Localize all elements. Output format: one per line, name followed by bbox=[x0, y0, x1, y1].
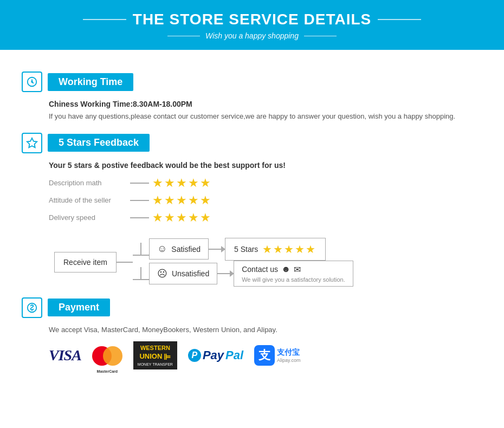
working-time-icon bbox=[22, 72, 42, 92]
five-stars-box: 5 Stars ★★★★★ bbox=[225, 238, 326, 261]
h-to-unsatisfied bbox=[133, 279, 149, 280]
alipay-logo: 支 支付宝 Alipay.com bbox=[254, 345, 300, 366]
contact-email-icon: ✉ bbox=[294, 264, 301, 275]
wu-name: WESTERN bbox=[138, 344, 173, 352]
receive-item-box: Receive item bbox=[54, 252, 117, 273]
contact-smiley-icon: ☻ bbox=[281, 264, 290, 274]
flow-diagram: Receive item bbox=[54, 238, 482, 287]
stars-attitude: ★★★★★ bbox=[152, 193, 212, 207]
contact-box: Contact us ☻ ✉ We will give you a satisf… bbox=[234, 261, 353, 287]
h-line-unsatisfied bbox=[217, 273, 234, 274]
five-stars-label: 5 Stars bbox=[234, 245, 258, 254]
arrow-head-unsatisfied bbox=[230, 270, 234, 277]
feedback-section-header: 5 Stars Feedback bbox=[22, 133, 482, 153]
rating-line-attitude bbox=[130, 200, 149, 201]
page-title: THE STORE SERVICE DETAILS bbox=[133, 11, 371, 28]
rating-line-delivery bbox=[130, 217, 149, 218]
alipay-icon: 支 bbox=[254, 345, 275, 366]
arrow-to-branches: ☺ Satisfied bbox=[117, 238, 353, 287]
alipay-text-block: 支付宝 Alipay.com bbox=[277, 348, 300, 363]
top-branch: ☺ Satisfied bbox=[133, 238, 353, 287]
h-line-1 bbox=[117, 262, 133, 263]
paypal-icon: P bbox=[188, 349, 201, 362]
satisfied-label: Satisfied bbox=[171, 245, 201, 254]
contact-description: We will give you a satisfactory solution… bbox=[242, 276, 345, 283]
mastercard-logo: MasterCard bbox=[92, 346, 122, 366]
receive-item-label: Receive item bbox=[63, 258, 107, 267]
arrow-head-satisfied bbox=[221, 246, 225, 252]
feedback-title: 5 Stars Feedback bbox=[48, 134, 150, 152]
paypal-text-2: Pal bbox=[225, 348, 243, 362]
h-line-satisfied bbox=[209, 249, 225, 250]
paypal-text-1: Pay bbox=[203, 348, 224, 362]
contact-label: Contact us bbox=[242, 265, 278, 274]
payment-icon bbox=[22, 297, 42, 318]
v-segment-mid bbox=[133, 267, 149, 280]
contact-top: Contact us ☻ ✉ bbox=[242, 264, 345, 275]
western-union-logo: WESTERN UNION ⊫ MONEY TRANSFER bbox=[133, 341, 177, 370]
wu-double-bar: ⊫ bbox=[164, 352, 171, 362]
rating-label-delivery: Delivery speed bbox=[49, 213, 130, 222]
paypal-logo: P PayPal bbox=[188, 348, 243, 362]
h-to-satisfied bbox=[133, 255, 149, 256]
mc-orange-circle bbox=[103, 346, 122, 366]
payment-content: We accept Visa, MasterCard, MoneyBookers… bbox=[22, 326, 482, 370]
working-time-description: If you have any questions,please contact… bbox=[49, 111, 482, 122]
header-line-right bbox=[378, 19, 421, 20]
payment-logos: VISA MasterCard WESTERN UNION ⊫ MONEY TR… bbox=[49, 341, 482, 370]
alipay-name: 支付宝 bbox=[277, 348, 300, 358]
unsatisfied-box: ☹ Unsatisfied bbox=[149, 263, 217, 284]
wu-sub: MONEY TRANSFER bbox=[138, 362, 173, 367]
bottom-h-line: ☹ Unsatisfied bbox=[133, 261, 353, 287]
visa-logo: VISA bbox=[49, 347, 81, 364]
five-stars-icons: ★★★★★ bbox=[262, 243, 316, 256]
page-header: THE STORE SERVICE DETAILS Wish you a hap… bbox=[0, 0, 504, 50]
rating-line-desc bbox=[130, 183, 149, 184]
stars-description: ★★★★★ bbox=[152, 176, 212, 190]
main-content: Working Time Chiness Working Time:8.30AM… bbox=[0, 50, 504, 391]
unsatisfied-label: Unsatisfied bbox=[172, 269, 209, 278]
arrow-to-contact bbox=[217, 273, 234, 274]
branch-split: ☺ Satisfied bbox=[133, 238, 353, 287]
working-hours: Chiness Working Time:8.30AM-18.00PM bbox=[49, 100, 482, 108]
working-time-title: Working Time bbox=[48, 73, 133, 91]
payment-description: We accept Visa, MasterCard, MoneyBookers… bbox=[49, 326, 482, 334]
rating-attitude: Attitude of the seller ★★★★★ bbox=[49, 193, 482, 207]
payment-title: Payment bbox=[48, 299, 110, 316]
feedback-icon bbox=[22, 133, 42, 153]
svg-point-1 bbox=[31, 81, 33, 82]
wu-union-text: UNION bbox=[139, 352, 162, 361]
v-top bbox=[140, 243, 141, 255]
stars-delivery: ★★★★★ bbox=[152, 211, 212, 225]
satisfied-box: ☺ Satisfied bbox=[149, 238, 209, 260]
feedback-content: Your 5 stars & postive feedback would be… bbox=[22, 161, 482, 287]
alipay-sub: Alipay.com bbox=[277, 358, 300, 363]
unsatisfied-smiley-icon: ☹ bbox=[157, 268, 167, 280]
wu-union: UNION ⊫ bbox=[138, 352, 173, 362]
v-segment-top bbox=[133, 243, 149, 256]
v-mid bbox=[140, 267, 141, 279]
rating-description: Description math ★★★★★ bbox=[49, 176, 482, 190]
header-line-left bbox=[83, 19, 126, 20]
satisfied-smiley-icon: ☺ bbox=[157, 243, 167, 255]
rating-label-attitude: Attitude of the seller bbox=[49, 196, 130, 204]
header-subtitle: Wish you a happy shopping bbox=[0, 31, 504, 40]
payment-section-header: Payment bbox=[22, 297, 482, 318]
rating-label-desc: Description math bbox=[49, 179, 130, 187]
satisfied-row: ☺ Satisfied bbox=[149, 238, 326, 261]
arrow-to-5stars bbox=[209, 249, 225, 250]
feedback-main-text: Your 5 stars & postive feedback would be… bbox=[49, 161, 482, 170]
unsatisfied-row: ☹ Unsatisfied bbox=[149, 261, 353, 287]
top-h-line: ☺ Satisfied bbox=[133, 238, 326, 261]
svg-marker-2 bbox=[27, 138, 37, 147]
working-time-content: Chiness Working Time:8.30AM-18.00PM If y… bbox=[22, 100, 482, 122]
t-lines: ☺ Satisfied bbox=[133, 238, 353, 287]
mc-text: MasterCard bbox=[92, 369, 122, 373]
working-time-section-header: Working Time bbox=[22, 72, 482, 92]
rating-delivery: Delivery speed ★★★★★ bbox=[49, 211, 482, 225]
